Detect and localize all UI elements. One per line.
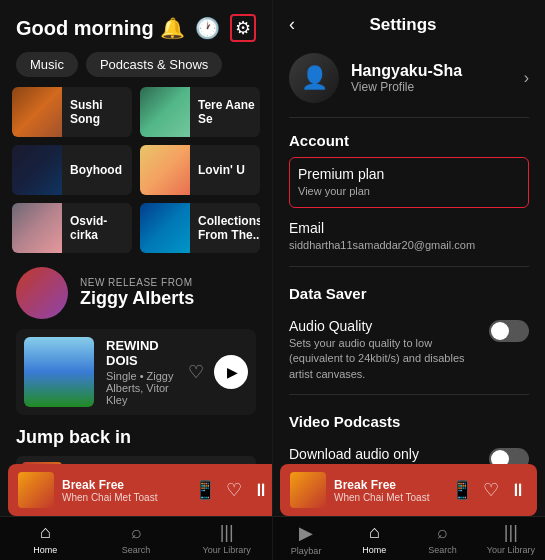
bottom-nav-left: ⌂ Home ⌕ Search ||| Your Library <box>0 516 272 560</box>
now-playing-track: Break Free <box>62 478 186 492</box>
history-icon[interactable]: 🕐 <box>195 16 220 40</box>
heart-icon[interactable]: ♡ <box>226 479 242 501</box>
grid-card-img-osvid <box>12 203 62 253</box>
now-playing-info: Break Free When Chai Met Toast <box>62 478 186 503</box>
rewind-info: REWIND DOIS Single • Ziggy Alberts, Vito… <box>106 338 176 406</box>
grid-card-img-collections <box>140 203 190 253</box>
left-panel: Good morning 🔔 🕐 ⚙ Music Podcasts & Show… <box>0 0 272 560</box>
grid-card-lovin[interactable]: Lovin' U <box>140 145 260 195</box>
rewind-actions: ♡ ▶ <box>188 355 248 389</box>
settings-icon[interactable]: ⚙ <box>230 14 256 42</box>
grid-card-img-tere <box>140 87 190 137</box>
rewind-subtitle: Single • Ziggy Alberts, Vitor Kley <box>106 370 176 406</box>
grid-card-osvid[interactable]: Osvid-cirka <box>12 203 132 253</box>
right-pause-icon[interactable]: ⏸ <box>509 480 527 501</box>
now-playing-actions: 📱 ♡ ⏸ <box>194 479 270 501</box>
profile-link: View Profile <box>351 80 512 94</box>
grid-card-collections[interactable]: Collections From The... <box>140 203 260 253</box>
pause-icon[interactable]: ⏸ <box>252 480 270 501</box>
new-release-info: NEW RELEASE FROM Ziggy Alberts <box>80 277 194 309</box>
divider-2 <box>289 394 529 395</box>
search-icon-right: ⌕ <box>437 522 448 543</box>
jump-title: Jump back in <box>16 427 256 448</box>
grid-card-label-osvid: Osvid-cirka <box>70 214 132 243</box>
audio-quality-row: Audio Quality Sets your audio quality to… <box>289 318 529 382</box>
right-panel: ‹ Settings 👤 Hangyaku-Sha View Profile ›… <box>272 0 545 560</box>
left-header: Good morning 🔔 🕐 ⚙ <box>0 0 272 52</box>
rewind-section[interactable]: REWIND DOIS Single • Ziggy Alberts, Vito… <box>16 329 256 415</box>
nav-playbar-label: Playbar <box>291 546 322 556</box>
profile-section[interactable]: 👤 Hangyaku-Sha View Profile › <box>289 45 529 118</box>
account-section-title: Account <box>289 118 529 157</box>
home-icon-right: ⌂ <box>369 522 380 543</box>
email-title: Email <box>289 220 529 236</box>
nav-library-right[interactable]: ||| Your Library <box>477 517 545 560</box>
now-playing-bar[interactable]: Break Free When Chai Met Toast 📱 ♡ ⏸ <box>8 464 272 516</box>
settings-header: ‹ Settings <box>273 0 545 45</box>
settings-title: Settings <box>305 15 501 35</box>
premium-plan-item[interactable]: Premium plan View your plan <box>289 157 529 208</box>
avatar-placeholder: 👤 <box>289 53 339 103</box>
profile-chevron-icon: › <box>524 69 529 87</box>
grid-card-label-tere: Tere Aane Se <box>198 98 260 127</box>
like-icon[interactable]: ♡ <box>188 361 204 383</box>
nav-search-label: Search <box>122 545 151 555</box>
rewind-album-art <box>24 337 94 407</box>
audio-quality-title: Audio Quality <box>289 318 469 334</box>
grid-card-boyhood[interactable]: Boyhood <box>12 145 132 195</box>
nav-home-right[interactable]: ⌂ Home <box>340 517 408 560</box>
premium-plan-title: Premium plan <box>298 166 520 182</box>
filter-podcasts[interactable]: Podcasts & Shows <box>86 52 222 77</box>
video-podcasts-title: Video Podcasts <box>289 399 529 438</box>
premium-plan-subtitle: View your plan <box>298 184 478 199</box>
back-button[interactable]: ‹ <box>289 14 295 35</box>
new-release-label: NEW RELEASE FROM <box>80 277 194 288</box>
grid-card-img-boyhood <box>12 145 62 195</box>
nav-search[interactable]: ⌕ Search <box>91 517 182 560</box>
nav-library-label: Your Library <box>203 545 251 555</box>
now-playing-artist: When Chai Met Toast <box>62 492 186 503</box>
right-heart-icon[interactable]: ♡ <box>483 479 499 501</box>
right-cast-icon[interactable]: 📱 <box>451 479 473 501</box>
home-icon: ⌂ <box>40 522 51 543</box>
data-saver-title: Data Saver <box>289 271 529 310</box>
greeting-title: Good morning <box>16 17 154 40</box>
play-icon: ▶ <box>227 364 238 380</box>
now-playing-art <box>18 472 54 508</box>
nav-home[interactable]: ⌂ Home <box>0 517 91 560</box>
nav-home-label-right: Home <box>362 545 386 555</box>
audio-quality-item: Audio Quality Sets your audio quality to… <box>289 310 529 390</box>
right-now-playing-info: Break Free When Chai Met Toast <box>334 478 443 503</box>
toggle-knob <box>491 322 509 340</box>
divider-1 <box>289 266 529 267</box>
email-value: siddhartha11samaddar20@gmail.com <box>289 238 469 253</box>
new-release-avatar <box>16 267 68 319</box>
audio-quality-text: Audio Quality Sets your audio quality to… <box>289 318 469 382</box>
audio-quality-toggle[interactable] <box>489 320 529 342</box>
right-now-playing-actions: 📱 ♡ ⏸ <box>451 479 527 501</box>
library-icon-right: ||| <box>504 522 518 543</box>
bell-icon[interactable]: 🔔 <box>160 16 185 40</box>
profile-name: Hangyaku-Sha <box>351 62 512 80</box>
right-bottom: Break Free When Chai Met Toast 📱 ♡ ⏸ ▶ P… <box>272 464 545 560</box>
right-now-playing-bar[interactable]: Break Free When Chai Met Toast 📱 ♡ ⏸ <box>280 464 537 516</box>
grid-card-label-sushi: Sushi Song <box>70 98 132 127</box>
grid-card-tere[interactable]: Tere Aane Se <box>140 87 260 137</box>
grid-card-sushi[interactable]: Sushi Song <box>12 87 132 137</box>
nav-library[interactable]: ||| Your Library <box>181 517 272 560</box>
header-icons: 🔔 🕐 ⚙ <box>160 14 256 42</box>
grid-card-label-lovin: Lovin' U <box>198 163 245 177</box>
nav-playbar[interactable]: ▶ Playbar <box>272 517 340 560</box>
right-now-playing-art <box>290 472 326 508</box>
filter-music[interactable]: Music <box>16 52 78 77</box>
audio-quality-subtitle: Sets your audio quality to low (equivale… <box>289 336 469 382</box>
new-release-artist: Ziggy Alberts <box>80 288 194 309</box>
new-release-section: NEW RELEASE FROM Ziggy Alberts <box>0 261 272 325</box>
library-icon: ||| <box>220 522 234 543</box>
cast-icon[interactable]: 📱 <box>194 479 216 501</box>
grid-card-img-lovin <box>140 145 190 195</box>
play-button[interactable]: ▶ <box>214 355 248 389</box>
grid-card-img-sushi <box>12 87 62 137</box>
nav-search-label-right: Search <box>428 545 457 555</box>
nav-search-right[interactable]: ⌕ Search <box>409 517 477 560</box>
